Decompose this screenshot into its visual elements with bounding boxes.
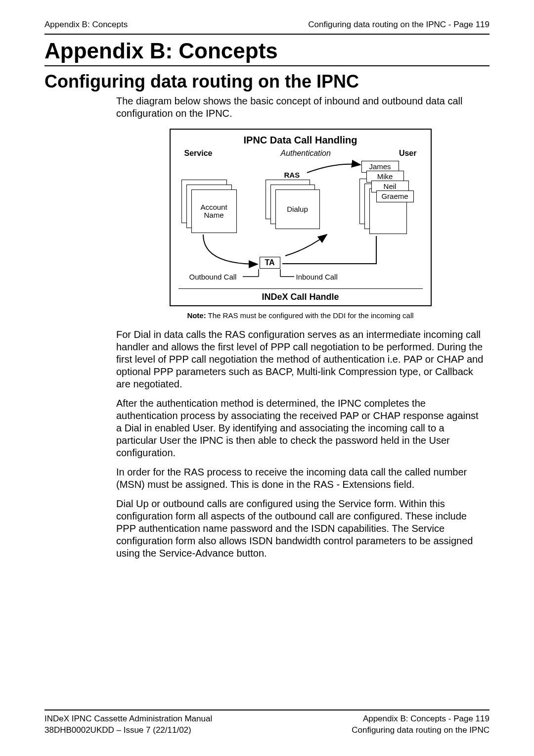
page-footer: INDeX IPNC Cassette Administration Manua…: [44, 706, 490, 736]
label-service: Service: [184, 149, 213, 158]
footer-left-line1: INDeX IPNC Cassette Administration Manua…: [44, 713, 212, 725]
diagram-canvas: Account Name Dialup RAS James Mike Neil …: [178, 158, 423, 286]
page-title: Appendix B: Concepts: [44, 39, 490, 63]
page-header: Appendix B: Concepts Configuring data ro…: [44, 20, 490, 32]
title-rule: [44, 65, 490, 66]
account-name-box: Account Name: [191, 189, 237, 233]
footer-left: INDeX IPNC Cassette Administration Manua…: [44, 713, 212, 736]
paragraph-4: Dial Up or outbound calls are configured…: [116, 498, 485, 560]
footer-right-line2: Configuring data routing on the IPNC: [352, 725, 490, 736]
dialup-box: Dialup: [275, 189, 320, 229]
paragraph-2: After the authentication method is deter…: [116, 397, 485, 459]
intro-paragraph: The diagram below shows the basic concep…: [116, 95, 485, 120]
diagram: IPNC Data Call Handling Service Authenti…: [116, 129, 485, 306]
header-right: Configuring data routing on the IPNC - P…: [308, 20, 490, 30]
paragraph-3: In order for the RAS process to receive …: [116, 466, 485, 491]
footer-rule: [44, 709, 490, 710]
note-label: Note:: [187, 311, 206, 320]
header-left: Appendix B: Concepts: [44, 20, 128, 30]
footer-right: Appendix B: Concepts - Page 119 Configur…: [352, 713, 490, 736]
user-graeme: Graeme: [376, 190, 414, 202]
diagram-note: Note: The RAS must be configured with th…: [116, 311, 485, 320]
label-authentication: Authentication: [280, 149, 330, 158]
outbound-call-label: Outbound Call: [189, 273, 237, 281]
header-rule: [44, 34, 490, 35]
footer-left-line2: 38DHB0002UKDD – Issue 7 (22/11/02): [44, 725, 212, 736]
label-user: User: [399, 149, 417, 158]
footer-right-line1: Appendix B: Concepts - Page 119: [352, 713, 490, 725]
ras-label: RAS: [284, 171, 300, 179]
index-call-handle: INDeX Call Handle: [178, 288, 423, 302]
ta-box: TA: [260, 257, 280, 269]
paragraph-1: For Dial in data calls the RAS configura…: [116, 329, 485, 390]
diagram-top-labels: Service Authentication User: [178, 149, 423, 158]
diagram-title: IPNC Data Call Handling: [178, 135, 423, 146]
note-text: The RAS must be configured with the DDI …: [206, 311, 414, 320]
inbound-call-label: Inbound Call: [296, 273, 338, 281]
section-title: Configuring data routing on the IPNC: [44, 71, 490, 92]
